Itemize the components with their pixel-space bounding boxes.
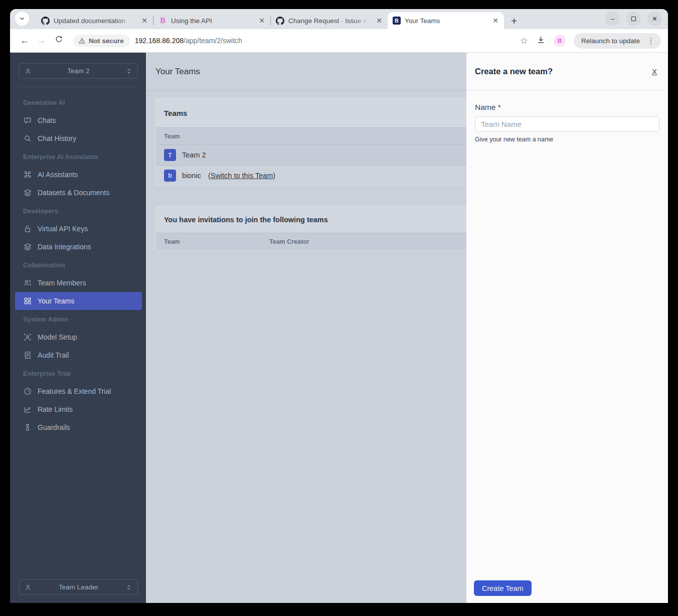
sidebar-item-ai-assistants[interactable]: AI Assistants <box>10 166 146 184</box>
grid-icon <box>23 296 32 305</box>
security-chip[interactable]: Not secure <box>73 35 130 47</box>
sidebar-item-chats[interactable]: Chats <box>10 111 146 129</box>
hourglass-icon <box>23 423 32 432</box>
sidebar-item-label: Datasets & Documents <box>38 189 109 197</box>
document-icon <box>23 351 32 360</box>
command-icon <box>23 170 32 179</box>
avatar: T <box>164 149 176 161</box>
page-title: Your Teams <box>155 67 200 77</box>
sidebar-item-team-members[interactable]: Team Members <box>10 274 146 292</box>
section-header-system-admin: System Admin <box>10 310 146 328</box>
section-header-developers: Developers <box>10 202 146 220</box>
chevron-updown-icon <box>125 583 133 591</box>
sidebar-item-label: Rate Limits <box>38 405 73 413</box>
back-button[interactable]: ← <box>17 35 32 46</box>
b-pink-icon: B <box>158 17 167 25</box>
url-host: 192.168.86.208 <box>135 37 184 45</box>
new-tab-button[interactable]: + <box>511 16 517 26</box>
close-tab-icon[interactable]: ✕ <box>491 16 500 25</box>
team-name: bionic <box>182 172 201 180</box>
sidebar-divider <box>19 87 138 87</box>
github-icon <box>41 17 50 25</box>
sidebar-item-model-setup[interactable]: Model Setup <box>10 328 146 346</box>
maximize-icon <box>631 17 636 21</box>
close-tab-icon[interactable]: ✕ <box>375 16 384 25</box>
sidebar-item-virtual-api-keys[interactable]: Virtual API Keys <box>10 220 146 238</box>
sidebar-item-label: Guardrails <box>38 423 70 431</box>
create-team-drawer: Create a new team? X Name * Give your ne… <box>466 53 668 603</box>
warning-icon <box>78 37 86 45</box>
chevron-updown-icon <box>125 67 133 75</box>
sidebar-item-label: Features & Extend Trial <box>38 387 111 395</box>
column-header-team-creator: Team Creator <box>269 238 309 245</box>
sidebar-item-features-extend-trial[interactable]: Features & Extend Trial <box>10 382 146 400</box>
relaunch-label: Relaunch to update <box>581 37 640 45</box>
sidebar-item-data-integrations[interactable]: Data Integrations <box>10 238 146 256</box>
team-name-input[interactable] <box>475 116 659 132</box>
sidebar-item-label: Data Integrations <box>38 243 91 251</box>
address-bar[interactable]: Not secure 192.168.86.208/app/team/2/swi… <box>73 35 518 47</box>
sidebar-item-label: Audit Trail <box>38 351 69 359</box>
sidebar-item-rate-limits[interactable]: Rate Limits <box>10 400 146 418</box>
section-header-generative-ai: Generative AI <box>10 93 146 111</box>
switch-team-link[interactable]: (Switch to this Team) <box>208 172 275 180</box>
lock-open-icon <box>23 224 32 233</box>
sidebar-nav: Generative AI Chats Chat History Enterpr… <box>10 93 146 436</box>
users-icon <box>23 278 32 287</box>
tab-title: Change Request · Issue # <box>288 17 371 25</box>
section-header-collaboration: Collaboration <box>10 256 146 274</box>
section-header-enterprise-trial: Enterprise Trial <box>10 364 146 382</box>
downloads-icon[interactable] <box>536 35 546 47</box>
chevron-down-icon <box>19 15 26 22</box>
maximize-button[interactable] <box>626 12 641 26</box>
tab-search-button[interactable] <box>15 12 29 26</box>
sidebar-item-your-teams[interactable]: Your Teams <box>15 292 142 310</box>
sidebar-item-chat-history[interactable]: Chat History <box>10 129 146 147</box>
person-icon <box>24 583 32 591</box>
column-header-team: Team <box>164 238 269 245</box>
tab-using-the-api[interactable]: B Using the API ✕ <box>153 12 270 29</box>
role-selector[interactable]: Team Leader <box>19 579 138 595</box>
bookmark-star-icon[interactable]: ☆ <box>520 35 528 46</box>
team-selector-label: Team 2 <box>32 67 125 75</box>
layers-icon <box>23 188 32 197</box>
team-selector[interactable]: Team 2 <box>19 63 138 79</box>
create-team-button[interactable]: Create Team <box>474 580 532 596</box>
sidebar-item-label: Chat History <box>38 134 76 142</box>
relaunch-to-update-button[interactable]: Relaunch to update ⋮ <box>574 33 661 49</box>
chat-question-icon <box>23 116 32 125</box>
browser-window: Updated documentation ✕ B Using the API … <box>10 9 668 603</box>
forward-button[interactable]: → <box>34 35 49 46</box>
tab-title: Using the API <box>171 17 253 25</box>
drawer-close-button[interactable]: X <box>652 67 657 76</box>
tab-title: Updated documentation <box>54 17 136 25</box>
minimize-button[interactable]: – <box>605 12 620 26</box>
extension-b-icon[interactable]: B <box>554 35 566 47</box>
sidebar-item-label: Chats <box>38 116 56 124</box>
security-chip-label: Not secure <box>89 37 124 45</box>
sidebar: Team 2 Generative AI Chats Chat History … <box>10 53 146 603</box>
sidebar-item-label: Your Teams <box>38 297 74 305</box>
tab-updated-documentation[interactable]: Updated documentation ✕ <box>36 12 153 29</box>
tab-your-teams-active[interactable]: B Your Teams ✕ <box>388 12 504 29</box>
sidebar-item-audit-trail[interactable]: Audit Trail <box>10 346 146 364</box>
search-icon <box>23 134 32 143</box>
reload-button[interactable] <box>51 35 66 46</box>
b-navy-icon: B <box>393 17 401 25</box>
menu-kebab-icon[interactable]: ⋮ <box>645 36 657 46</box>
sidebar-item-datasets-documents[interactable]: Datasets & Documents <box>10 184 146 202</box>
clock-icon <box>23 387 32 396</box>
team-name: Team 2 <box>182 151 206 159</box>
name-field-help: Give your new team a name <box>475 136 659 143</box>
column-header-team: Team <box>164 133 180 140</box>
app-content: Team 2 Generative AI Chats Chat History … <box>10 53 668 603</box>
tab-strip: Updated documentation ✕ B Using the API … <box>10 9 668 29</box>
role-selector-label: Team Leader <box>32 583 125 591</box>
close-tab-icon[interactable]: ✕ <box>257 16 266 25</box>
person-icon <box>24 67 32 75</box>
tab-change-request[interactable]: Change Request · Issue # ✕ <box>271 12 388 29</box>
close-tab-icon[interactable]: ✕ <box>140 16 149 25</box>
avatar: b <box>164 170 176 182</box>
sidebar-item-guardrails[interactable]: Guardrails <box>10 418 146 436</box>
close-window-button[interactable]: ✕ <box>647 12 662 26</box>
